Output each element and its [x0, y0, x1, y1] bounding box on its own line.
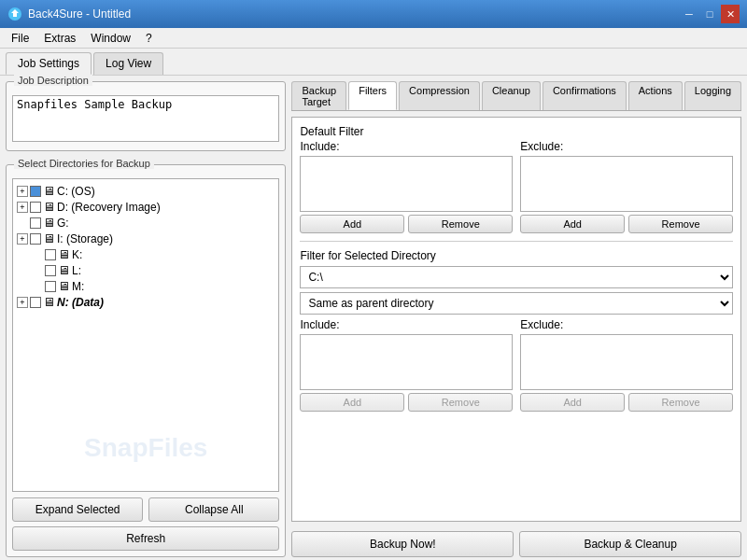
close-button[interactable]: ✕	[721, 5, 740, 23]
default-exclude-label: Exclude:	[520, 140, 733, 153]
selected-dir-section: Filter for Selected Directory C:\ D:\ G:…	[300, 249, 733, 412]
directory-tree[interactable]: + 🖥 C: (OS) + 🖥 D: (Recovery Image) 🖥	[12, 178, 279, 492]
selected-exclude-col: Exclude: Add Remove	[520, 318, 733, 412]
tree-item-d[interactable]: + 🖥 D: (Recovery Image)	[17, 199, 275, 215]
tree-label-g: G:	[57, 217, 69, 230]
tree-item-k[interactable]: 🖥 K:	[32, 246, 275, 262]
expand-n[interactable]: +	[17, 297, 28, 308]
tab-confirmations[interactable]: Confirmations	[543, 81, 627, 110]
selected-include-col: Include: Add Remove	[300, 318, 513, 412]
section-divider	[300, 241, 733, 242]
parent-dir-select[interactable]: Same as parent directory	[300, 292, 733, 315]
minimize-button[interactable]: ─	[680, 5, 698, 23]
directory-group: Select Directories for Backup + 🖥 C: (OS…	[6, 164, 286, 557]
watermark: SnapFiles	[84, 433, 207, 463]
selected-include-add-btn[interactable]: Add	[300, 393, 404, 412]
default-filter-section: Default Filter Include: Add Remove Exclu…	[300, 125, 733, 233]
tree-label-l: L:	[72, 264, 81, 277]
default-include-exclude: Include: Add Remove Exclude: Add Remove	[300, 140, 733, 233]
tab-job-settings[interactable]: Job Settings	[6, 52, 92, 75]
main-content: Job Description Snapfiles Sample Backup …	[0, 76, 747, 560]
expand-selected-button[interactable]: Expand Selected	[12, 497, 143, 522]
tree-item-c[interactable]: + 🖥 C: (OS)	[17, 183, 275, 199]
default-include-remove-btn[interactable]: Remove	[408, 215, 513, 233]
checkbox-m[interactable]	[45, 281, 56, 292]
backup-cleanup-button[interactable]: Backup & Cleanup	[519, 531, 741, 557]
checkbox-l[interactable]	[45, 265, 56, 276]
selected-include-btns: Add Remove	[300, 393, 513, 412]
tab-actions[interactable]: Actions	[628, 81, 683, 110]
menu-bar: File Extras Window ?	[0, 28, 747, 49]
window-controls: ─ □ ✕	[680, 5, 740, 23]
backup-now-button[interactable]: Backup Now!	[291, 531, 514, 557]
app-icon	[7, 7, 22, 21]
window-title: Back4Sure - Untitled	[28, 7, 131, 21]
right-panel: Backup Target Filters Compression Cleanu…	[291, 81, 741, 557]
selected-exclude-add-btn[interactable]: Add	[520, 393, 625, 412]
filter-tabs: Backup Target Filters Compression Cleanu…	[291, 81, 741, 111]
job-description-label: Job Description	[14, 75, 92, 86]
tree-action-buttons: Expand Selected Collapse All	[12, 497, 279, 522]
tab-logging[interactable]: Logging	[684, 81, 741, 110]
tree-item-m[interactable]: 🖥 M:	[32, 278, 275, 294]
tree-label-c: C: (OS)	[57, 185, 95, 198]
default-include-btns: Add Remove	[300, 215, 513, 233]
checkbox-k[interactable]	[45, 249, 56, 260]
refresh-button[interactable]: Refresh	[12, 526, 279, 551]
checkbox-d[interactable]	[30, 202, 41, 213]
title-bar: Back4Sure - Untitled ─ □ ✕	[0, 0, 747, 28]
collapse-all-button[interactable]: Collapse All	[148, 497, 279, 522]
expand-c[interactable]: +	[17, 186, 28, 197]
tab-filters[interactable]: Filters	[348, 81, 397, 110]
tree-label-d: D: (Recovery Image)	[57, 201, 161, 214]
filter-content: Default Filter Include: Add Remove Exclu…	[291, 117, 741, 522]
default-exclude-add-btn[interactable]: Add	[520, 215, 625, 233]
default-exclude-col: Exclude: Add Remove	[520, 140, 733, 233]
selected-exclude-remove-btn[interactable]: Remove	[628, 393, 733, 412]
tab-compression[interactable]: Compression	[399, 81, 480, 110]
tree-label-k: K:	[72, 248, 82, 261]
bottom-action-buttons: Backup Now! Backup & Cleanup	[291, 527, 741, 557]
selected-dir-title: Filter for Selected Directory	[300, 249, 733, 262]
selected-include-remove-btn[interactable]: Remove	[408, 393, 513, 412]
default-include-label: Include:	[300, 140, 513, 153]
checkbox-n[interactable]	[30, 297, 41, 308]
left-panel: Job Description Snapfiles Sample Backup …	[6, 81, 286, 557]
main-tabs: Job Settings Log View	[0, 49, 747, 76]
menu-file[interactable]: File	[4, 30, 36, 47]
tree-item-l[interactable]: 🖥 L:	[32, 262, 275, 278]
tab-backup-target[interactable]: Backup Target	[291, 81, 346, 110]
menu-window[interactable]: Window	[83, 30, 138, 47]
tab-cleanup[interactable]: Cleanup	[482, 81, 541, 110]
expand-i[interactable]: +	[17, 233, 28, 245]
tree-label-m: M:	[72, 280, 84, 293]
menu-extras[interactable]: Extras	[36, 30, 83, 47]
checkbox-g[interactable]	[30, 217, 41, 229]
drive-select[interactable]: C:\ D:\ G:\ I:\ N:\	[300, 266, 733, 288]
directory-label: Select Directories for Backup	[14, 158, 154, 169]
default-exclude-remove-btn[interactable]: Remove	[628, 215, 733, 233]
default-include-col: Include: Add Remove	[300, 140, 513, 233]
job-description-input[interactable]: Snapfiles Sample Backup	[12, 95, 279, 142]
selected-exclude-btns: Add Remove	[520, 393, 733, 412]
selected-exclude-listbox[interactable]	[520, 334, 733, 390]
selected-include-exclude: Include: Add Remove Exclude: Add Remove	[300, 318, 733, 412]
default-include-add-btn[interactable]: Add	[300, 215, 404, 233]
tab-log-view[interactable]: Log View	[93, 52, 163, 75]
tree-item-g[interactable]: 🖥 G:	[17, 215, 275, 231]
job-description-group: Job Description Snapfiles Sample Backup	[6, 81, 286, 151]
default-include-listbox[interactable]	[300, 156, 513, 212]
checkbox-i[interactable]	[30, 233, 41, 245]
selected-include-label: Include:	[300, 318, 513, 331]
default-exclude-listbox[interactable]	[520, 156, 733, 212]
menu-help[interactable]: ?	[138, 30, 160, 47]
tree-label-n: N: (Data)	[57, 296, 104, 309]
tree-item-i[interactable]: + 🖥 I: (Storage)	[17, 231, 275, 246]
expand-d[interactable]: +	[17, 202, 28, 213]
checkbox-c[interactable]	[30, 186, 41, 197]
selected-include-listbox[interactable]	[300, 334, 513, 390]
maximize-button[interactable]: □	[700, 5, 719, 23]
tree-item-n[interactable]: + 🖥 N: (Data)	[17, 294, 275, 310]
default-filter-title: Default Filter	[300, 125, 733, 138]
tree-label-i: I: (Storage)	[57, 232, 113, 245]
